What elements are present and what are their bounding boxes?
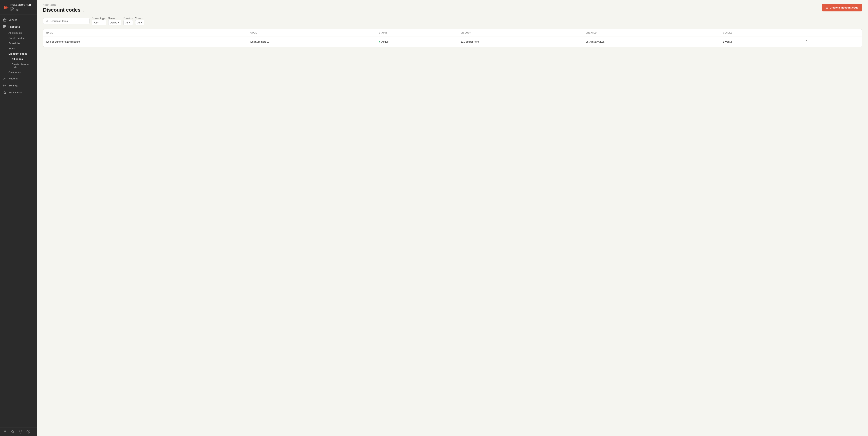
- sidebar-sub-schedules[interactable]: Schedules: [8, 41, 37, 46]
- sidebar-item-products-label: Products: [8, 25, 20, 28]
- main-content: PRODUCTS Discount codes ⌄ ⊕ Create a dis…: [37, 0, 868, 436]
- venues-filter: Venues All ▾: [135, 17, 144, 25]
- col-status: STATUS: [376, 29, 458, 36]
- create-btn-icon: ⊕: [826, 6, 828, 9]
- title-chevron-icon[interactable]: ⌄: [82, 8, 85, 12]
- discount-type-filter: Discount type All ▾: [92, 17, 106, 25]
- svg-line-11: [13, 432, 14, 433]
- account-icon[interactable]: [3, 430, 7, 434]
- status-label: Status: [108, 17, 121, 20]
- sidebar-item-whats-new-label: What's new: [8, 91, 22, 94]
- table-header-row: NAME CODE STATUS DISCOUNT CREATED VENUES: [43, 29, 862, 36]
- title-row: Discount codes ⌄: [43, 7, 85, 13]
- discount-codes-submenu: All codes Create discount code: [8, 56, 37, 70]
- svg-rect-6: [5, 27, 6, 28]
- sidebar-logo: ROLLERWORLD HQ ROLLER: [0, 0, 37, 15]
- sidebar-sub-create-product[interactable]: Create product: [8, 35, 37, 41]
- svg-line-15: [48, 22, 48, 22]
- status-badge: Active: [379, 40, 455, 43]
- help-icon[interactable]: [26, 430, 30, 434]
- venues-filter-value: All: [137, 21, 140, 24]
- sidebar-item-settings-label: Settings: [8, 84, 18, 87]
- settings-icon: [3, 84, 7, 87]
- svg-point-10: [11, 431, 13, 433]
- discount-type-label: Discount type: [92, 17, 106, 20]
- breadcrumb: PRODUCTS: [43, 4, 85, 6]
- search-footer-icon[interactable]: [11, 430, 15, 434]
- header-left: PRODUCTS Discount codes ⌄: [43, 4, 85, 13]
- sidebar-sub-all-products[interactable]: All products: [8, 30, 37, 35]
- sidebar-item-products[interactable]: Products: [0, 23, 37, 30]
- sidebar: ROLLERWORLD HQ ROLLER Venues Products Al: [0, 0, 37, 436]
- search-icon: [45, 20, 48, 23]
- col-actions: [801, 29, 862, 36]
- row-menu-button[interactable]: ⋮: [804, 39, 809, 44]
- discount-codes-table: NAME CODE STATUS DISCOUNT CREATED VENUES…: [43, 29, 862, 47]
- svg-point-13: [28, 433, 29, 433]
- search-input[interactable]: [50, 20, 87, 23]
- sidebar-item-whats-new[interactable]: What's new: [0, 89, 37, 96]
- page-title: Discount codes: [43, 7, 81, 13]
- favorites-chevron: ▾: [129, 22, 130, 24]
- sidebar-sub-discount-codes[interactable]: Discount codes: [8, 51, 37, 56]
- cell-name: End of Summer $10 discount: [43, 36, 247, 47]
- status-text: Active: [381, 40, 389, 43]
- cell-venues: 1 Venue: [720, 36, 801, 47]
- col-discount: DISCOUNT: [458, 29, 583, 36]
- search-box: [43, 18, 90, 24]
- discount-type-chevron: ▾: [97, 22, 98, 24]
- sidebar-sub-create-discount-code[interactable]: Create discount code: [11, 62, 37, 70]
- favorites-filter: Favorites All ▾: [123, 17, 133, 25]
- table-row[interactable]: End of Summer $10 discount EndSummer$10 …: [43, 36, 862, 47]
- sidebar-item-reports-label: Reports: [8, 77, 18, 80]
- venues-select[interactable]: All ▾: [135, 20, 144, 25]
- svg-rect-4: [5, 25, 6, 27]
- create-btn-label: Create a discount code: [830, 6, 858, 9]
- roller-logo-icon: [3, 5, 8, 10]
- app-subtitle: ROLLER: [10, 9, 34, 11]
- create-discount-code-button[interactable]: ⊕ Create a discount code: [822, 4, 862, 11]
- col-created: CREATED: [583, 29, 720, 36]
- cell-status: Active: [376, 36, 458, 47]
- sidebar-sub-stock[interactable]: Stock: [8, 46, 37, 51]
- status-value: Active: [111, 21, 117, 24]
- svg-point-14: [46, 20, 48, 22]
- status-filter: Status Active ▾: [108, 17, 121, 25]
- svg-rect-3: [3, 25, 5, 27]
- cell-created: 25 January 202…: [583, 36, 720, 47]
- svg-rect-5: [3, 27, 5, 28]
- app-title: ROLLERWORLD HQ: [10, 3, 34, 9]
- cell-discount: $10 off per Item: [458, 36, 583, 47]
- sidebar-item-venues[interactable]: Venues: [0, 16, 37, 23]
- svg-marker-1: [6, 6, 8, 9]
- svg-marker-8: [3, 91, 6, 94]
- discount-type-select[interactable]: All ▾: [92, 20, 106, 25]
- venues-chevron: ▾: [141, 22, 142, 24]
- notifications-icon[interactable]: [19, 430, 23, 434]
- venues-icon: [3, 18, 7, 22]
- cell-code: EndSummer$10: [247, 36, 375, 47]
- sidebar-item-venues-label: Venues: [8, 19, 17, 21]
- filters-bar: Discount type All ▾ Status Active ▾ Favo…: [37, 13, 868, 27]
- venues-filter-label: Venues: [135, 17, 144, 20]
- svg-rect-2: [3, 20, 6, 21]
- cell-actions: ⋮: [801, 36, 862, 47]
- favorites-value: All: [126, 21, 128, 24]
- col-venues: VENUES: [720, 29, 801, 36]
- sidebar-item-settings[interactable]: Settings: [0, 82, 37, 89]
- sidebar-footer: [0, 427, 37, 436]
- sidebar-nav: Venues Products All products Create prod…: [0, 15, 37, 427]
- discount-type-value: All: [94, 21, 97, 24]
- status-chevron: ▾: [118, 22, 119, 24]
- col-code: CODE: [247, 29, 375, 36]
- sidebar-sub-categories[interactable]: Categories: [8, 70, 37, 75]
- sidebar-sub-all-codes[interactable]: All codes: [11, 56, 37, 62]
- products-submenu: All products Create product Schedules St…: [0, 30, 37, 75]
- sidebar-item-reports[interactable]: Reports: [0, 75, 37, 82]
- page-header: PRODUCTS Discount codes ⌄ ⊕ Create a dis…: [37, 0, 868, 13]
- products-icon: [3, 25, 7, 29]
- favorites-select[interactable]: All ▾: [123, 20, 133, 25]
- status-select[interactable]: Active ▾: [108, 20, 121, 25]
- svg-point-7: [4, 85, 5, 86]
- col-name: NAME: [43, 29, 247, 36]
